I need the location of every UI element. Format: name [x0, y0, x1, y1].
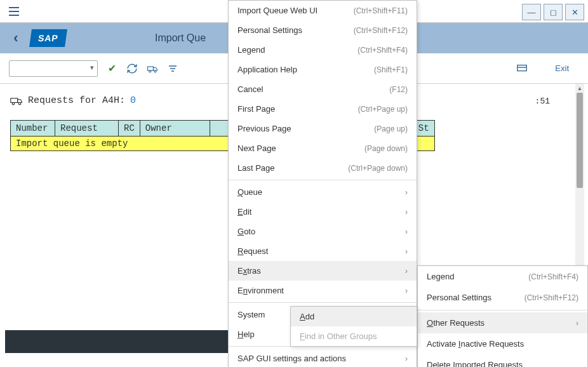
menu-item-label: Previous Page [237, 124, 291, 133]
svg-point-10 [18, 102, 20, 104]
menu-item[interactable]: Environment› [229, 281, 417, 300]
command-field[interactable] [9, 60, 98, 77]
chevron-right-icon: › [405, 227, 408, 236]
chevron-right-icon: › [576, 319, 578, 328]
filter-icon[interactable] [166, 62, 179, 75]
chevron-right-icon: › [405, 267, 408, 276]
menu-item: Find in Other Groups [291, 326, 417, 346]
menu-item[interactable]: Next Page(Page down) [229, 138, 417, 158]
menu-item-label: Extras [237, 266, 261, 276]
chevron-right-icon: › [405, 247, 408, 256]
extras-submenu: Legend(Ctrl+Shift+F4)Personal Settings(C… [417, 265, 588, 367]
menu-item-shortcut: (Ctrl+Page up) [358, 105, 408, 114]
menu-item[interactable]: Previous Page(Page up) [229, 119, 417, 138]
menu-item-label: Goto [237, 227, 255, 236]
menu-item[interactable]: Personal Settings(Ctrl+Shift+F12) [418, 287, 587, 308]
refresh-button[interactable] [126, 62, 138, 75]
menu-item-label: Next Page [237, 143, 276, 153]
menu-item-shortcut: (Ctrl+Shift+F12) [525, 293, 578, 302]
menu-item[interactable]: Request› [229, 241, 417, 261]
svg-point-9 [12, 102, 14, 104]
menu-item-label: Environment [237, 286, 284, 295]
menu-item[interactable]: Personal Settings(Ctrl+Shift+F12) [229, 20, 417, 40]
requests-label: Requests for A4H: [28, 95, 125, 106]
menu-item[interactable]: Goto› [229, 222, 417, 241]
menu-item-label: Legend [427, 272, 454, 281]
maximize-button[interactable]: ◻ [544, 4, 563, 20]
truck-forward-icon[interactable] [146, 62, 159, 75]
menu-item[interactable]: Extras› [229, 261, 417, 281]
minimize-button[interactable]: — [522, 4, 541, 20]
menu-item-label: Activate Inactive Requests [427, 339, 524, 349]
menu-item-shortcut: (Ctrl+Page down) [348, 164, 408, 173]
menu-item-label: Import Queue Web UI [237, 6, 317, 15]
menu-item[interactable]: Other Requests› [418, 312, 587, 333]
other-requests-submenu: AddFind in Other Groups [290, 306, 417, 347]
menu-item-shortcut: (Ctrl+Shift+F4) [357, 46, 408, 55]
menu-item-label: Legend [237, 45, 265, 55]
col-request[interactable]: Request [55, 121, 119, 137]
exit-label: Exit [555, 63, 569, 73]
chevron-right-icon: › [405, 354, 408, 363]
menu-item-shortcut: (Ctrl+Shift+F12) [354, 26, 408, 35]
menu-item-label: First Page [237, 104, 275, 114]
execute-button[interactable]: ✔ [105, 62, 118, 75]
menu-item-label: Personal Settings [427, 293, 491, 302]
menu-item-shortcut: (F12) [389, 85, 408, 94]
requests-count: 0 [130, 95, 136, 106]
col-rc[interactable]: RC [119, 121, 140, 137]
menu-item-label: Application Help [237, 65, 297, 74]
chevron-right-icon: › [405, 286, 408, 295]
menu-item[interactable]: Application Help(Shift+F1) [229, 60, 417, 79]
chevron-right-icon: › [405, 188, 408, 197]
scroll-up-icon[interactable]: ▲ [575, 84, 584, 93]
window-controls: — ◻ ✕ [519, 4, 584, 20]
menu-item-label: Delete Imported Requests [427, 360, 523, 367]
svg-point-2 [154, 70, 156, 72]
svg-rect-6 [518, 65, 526, 70]
menu-item[interactable]: SAP GUI settings and actions› [229, 349, 417, 367]
exit-button[interactable]: Exit [555, 63, 569, 73]
svg-point-1 [149, 70, 151, 72]
menu-item[interactable]: First Page(Ctrl+Page up) [229, 99, 417, 119]
close-button[interactable]: ✕ [565, 4, 584, 20]
back-button[interactable]: ‹ [5, 27, 27, 49]
display-button[interactable] [516, 62, 528, 75]
truck-icon [10, 97, 23, 105]
menu-item-label: Other Requests [427, 318, 484, 328]
menu-item[interactable]: Legend(Ctrl+Shift+F4) [229, 40, 417, 60]
menu-item-label: System [237, 310, 265, 319]
menu-item[interactable]: Delete Imported Requests [418, 354, 587, 367]
svg-rect-0 [148, 67, 154, 70]
menu-item[interactable]: Cancel(F12) [229, 79, 417, 99]
menu-item[interactable]: Activate Inactive Requests [418, 333, 587, 354]
sap-logo: SAP [29, 29, 67, 47]
svg-rect-8 [11, 98, 18, 102]
menu-item-label: Cancel [237, 84, 263, 94]
menu-icon[interactable] [6, 4, 22, 19]
menu-item-label: SAP GUI settings and actions [237, 354, 346, 363]
menu-item-label: Find in Other Groups [300, 331, 377, 341]
menu-item-label: Help [237, 330, 255, 339]
menu-item[interactable]: Import Queue Web UI(Ctrl+Shift+F11) [229, 1, 417, 20]
menu-item-label: Last Page [237, 163, 275, 173]
menu-item-label: Personal Settings [237, 25, 302, 35]
menu-item[interactable]: Add [291, 307, 417, 326]
menu-item-shortcut: (Page down) [364, 144, 408, 153]
menu-item-label: Queue [237, 187, 262, 197]
menu-item[interactable]: Queue› [229, 182, 417, 202]
menu-item-shortcut: (Shift+F1) [374, 65, 408, 74]
menu-item-shortcut: (Ctrl+Shift+F4) [528, 272, 578, 281]
menu-item-label: Edit [237, 207, 251, 217]
col-number[interactable]: Number [11, 121, 55, 137]
page-title: Import Que [155, 32, 206, 44]
menu-item-label: Request [237, 246, 268, 256]
menu-item[interactable]: Edit› [229, 202, 417, 222]
col-owner[interactable]: Owner [140, 121, 210, 137]
menu-item-shortcut: (Page up) [374, 124, 408, 133]
menu-item[interactable]: Legend(Ctrl+Shift+F4) [418, 266, 587, 287]
scroll-thumb[interactable] [577, 93, 583, 188]
menu-item[interactable]: Last Page(Ctrl+Page down) [229, 158, 417, 178]
timestamp: :51 [535, 97, 550, 106]
chevron-right-icon: › [405, 208, 408, 217]
